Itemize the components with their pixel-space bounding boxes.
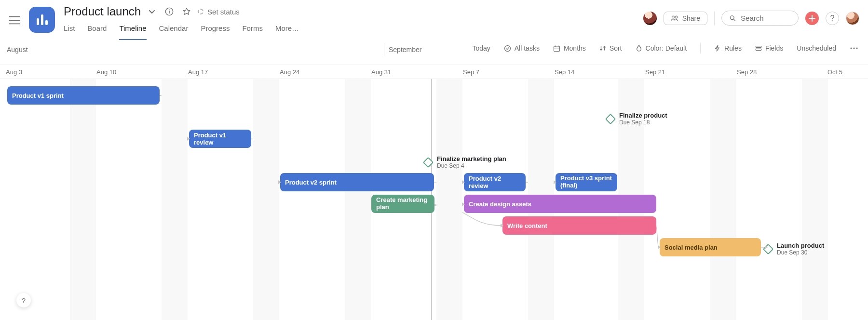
global-add-button[interactable] xyxy=(805,12,819,25)
date-label: Aug 10 xyxy=(96,68,116,76)
svg-rect-9 xyxy=(756,49,761,50)
sidebar-toggle[interactable] xyxy=(0,11,29,30)
milestone[interactable]: Finalize productDue Sep 18 xyxy=(607,112,667,126)
color-button[interactable]: Color: Default xyxy=(636,44,687,52)
weekend-column xyxy=(358,79,371,320)
svg-point-11 xyxy=(853,47,854,49)
task-bar[interactable]: Create marketing plan xyxy=(371,195,434,213)
task-bar[interactable]: Write content xyxy=(502,216,656,235)
search-box[interactable] xyxy=(721,11,799,26)
svg-rect-7 xyxy=(554,46,559,52)
weekend-column xyxy=(266,79,279,320)
task-bar[interactable]: Product v2 review xyxy=(464,173,526,191)
title-chevron-icon[interactable] xyxy=(146,5,158,18)
date-label: Aug 31 xyxy=(371,68,391,76)
today-button[interactable]: Today xyxy=(472,44,490,52)
tab-list[interactable]: List xyxy=(64,24,75,40)
date-label: Sep 28 xyxy=(737,68,757,76)
calendar-icon xyxy=(553,45,560,52)
user-avatar[interactable] xyxy=(846,12,859,25)
weekend-column xyxy=(436,79,449,320)
help-button[interactable]: ? xyxy=(826,12,839,25)
weekend-column xyxy=(83,79,96,320)
svg-point-4 xyxy=(675,16,677,18)
weekend-column xyxy=(253,79,266,320)
date-label: Aug 17 xyxy=(188,68,208,76)
bolt-icon xyxy=(714,45,721,52)
svg-point-10 xyxy=(850,47,852,49)
people-icon xyxy=(671,15,678,22)
task-bar[interactable]: Product v2 sprint xyxy=(280,173,434,191)
diamond-icon xyxy=(423,157,434,168)
weekend-column xyxy=(802,79,815,320)
tab-progress[interactable]: Progress xyxy=(201,24,230,40)
unscheduled-button[interactable]: Unscheduled xyxy=(797,44,836,52)
task-bar[interactable]: Product v1 sprint xyxy=(7,86,160,105)
zoom-months[interactable]: Months xyxy=(553,44,586,52)
date-label: Sep 14 xyxy=(555,68,574,76)
weekend-column xyxy=(162,79,175,320)
weekend-column xyxy=(710,79,723,320)
rules-button[interactable]: Rules xyxy=(714,44,742,52)
search-input[interactable] xyxy=(741,14,790,22)
date-label: Sep 7 xyxy=(463,68,479,76)
svg-point-1 xyxy=(169,10,170,11)
tab-forms[interactable]: Forms xyxy=(242,24,263,40)
dots-icon xyxy=(850,47,858,50)
check-circle-icon xyxy=(504,45,511,52)
milestone[interactable]: Finalize marketing planDue Sep 4 xyxy=(424,155,506,169)
star-icon[interactable] xyxy=(180,5,193,18)
svg-point-5 xyxy=(730,15,734,19)
more-actions-button[interactable] xyxy=(850,47,858,50)
search-icon xyxy=(730,14,736,22)
status-dot-icon xyxy=(198,9,203,14)
svg-rect-2 xyxy=(169,11,170,13)
set-status-label: Set status xyxy=(207,8,240,16)
task-bar[interactable]: Product v1 review xyxy=(189,130,251,148)
date-label: Aug 24 xyxy=(280,68,299,76)
month-divider xyxy=(384,43,384,56)
milestone[interactable]: Launch productDue Sep 30 xyxy=(764,242,824,256)
member-avatar[interactable] xyxy=(643,12,657,25)
share-button[interactable]: Share xyxy=(664,12,707,25)
share-label: Share xyxy=(682,14,700,22)
date-label: Sep 21 xyxy=(645,68,665,76)
weekend-column xyxy=(815,79,828,320)
svg-point-3 xyxy=(672,16,674,18)
diamond-icon xyxy=(605,113,616,124)
tab-timeline[interactable]: Timeline xyxy=(119,24,146,40)
sort-icon xyxy=(599,45,606,52)
weekend-column xyxy=(70,79,83,320)
project-icon xyxy=(29,7,55,33)
toolbar-divider xyxy=(700,43,701,53)
set-status-button[interactable]: Set status xyxy=(198,8,240,16)
weekend-column xyxy=(175,79,188,320)
task-bar[interactable]: Social media plan xyxy=(660,238,761,256)
svg-rect-8 xyxy=(756,46,761,48)
project-title[interactable]: Product launch xyxy=(64,5,141,18)
help-fab[interactable]: ? xyxy=(16,293,31,307)
tab-board[interactable]: Board xyxy=(87,24,107,40)
task-bar[interactable]: Product v3 sprint (final) xyxy=(556,173,617,191)
fields-button[interactable]: Fields xyxy=(755,44,783,52)
date-label: Oct 5 xyxy=(827,68,842,76)
month-label-september: September xyxy=(389,46,421,53)
weekend-column xyxy=(449,79,462,320)
svg-point-12 xyxy=(856,47,857,49)
droplet-icon xyxy=(636,45,642,52)
task-bar[interactable]: Create design assets xyxy=(464,195,656,213)
fields-icon xyxy=(755,45,762,52)
month-label-august: August xyxy=(7,46,28,53)
all-tasks-filter[interactable]: All tasks xyxy=(504,44,540,52)
sort-button[interactable]: Sort xyxy=(599,44,622,52)
date-label: Aug 3 xyxy=(6,68,22,76)
info-icon[interactable] xyxy=(163,5,176,18)
svg-point-6 xyxy=(504,45,510,51)
divider xyxy=(714,11,715,26)
weekend-column xyxy=(345,79,358,320)
weekend-column xyxy=(723,79,736,320)
tab-calendar[interactable]: Calendar xyxy=(159,24,189,40)
tab-more[interactable]: More… xyxy=(275,24,299,40)
